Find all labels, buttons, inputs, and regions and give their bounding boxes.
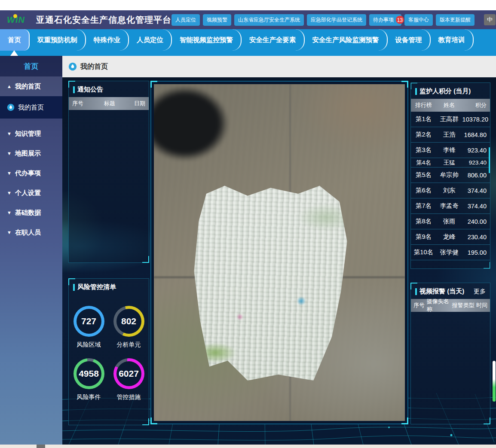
header-quick-links: 人员定位 视频预警 山东省应急厅安全生产系统 应急部化学品登记系统 待办事项 1… <box>171 14 475 26</box>
video-table-header: 序号 摄像头名称 报警类型 时间 <box>411 299 490 312</box>
horizontal-scrollbar[interactable] <box>0 445 496 448</box>
sidebar-item-basic-data[interactable]: ▼ 基础数据 <box>0 203 62 222</box>
panel-scroll-indicator <box>489 147 490 173</box>
name-cell: 张雨 <box>436 217 462 226</box>
more-link[interactable]: 更多 <box>474 288 486 296</box>
shandong-emergency-system-button[interactable]: 山东省应急厅安全生产系统 <box>234 14 304 26</box>
satellite-map-viewport[interactable] <box>154 84 405 421</box>
stat-ring: 4958 <box>73 358 104 389</box>
score-cell: 374.40 <box>462 187 490 194</box>
expand-arrow-icon: ▼ <box>7 210 12 215</box>
sidebar-item-label: 基础数据 <box>15 209 41 217</box>
droplet-icon <box>7 104 15 111</box>
stat-ring: 727 <box>73 306 104 337</box>
sidebar-item-label: 在职人员 <box>15 229 41 237</box>
nav-tab-safety-elements[interactable]: 安全生产全要素 <box>242 29 305 51</box>
sidebar-group-my-home[interactable]: ▲ 我的首页 <box>0 76 62 96</box>
todo-button[interactable]: 待办事项 13 <box>369 14 401 26</box>
chemical-registration-system-button[interactable]: 应急部化学品登记系统 <box>307 14 366 26</box>
video-panel-title: 视频报警 (当天) <box>419 287 474 296</box>
score-row: 第5名 牟宗帅 806.00 <box>411 168 490 183</box>
name-cell: 刘东 <box>436 186 462 195</box>
score-row: 第9名 龙峰 230.40 <box>411 229 490 245</box>
nav-tab-dual-prevention[interactable]: 双重预防机制 <box>30 29 86 51</box>
vertical-scrollbar-thumb[interactable] <box>493 361 496 402</box>
nav-tab-special-operations[interactable]: 特殊作业 <box>86 29 129 51</box>
sidebar-item-map-display[interactable]: ▼ 地图展示 <box>0 143 62 163</box>
sidebar-item-personal-settings[interactable]: ▼ 个人设置 <box>0 183 62 203</box>
guardian-score-panel: 监护人积分 (当月) 排行榜 姓名 积分 第1名 王高群 10378.20 第2… <box>410 82 490 269</box>
sidebar-item-my-home-active[interactable]: 我的首页 <box>0 96 62 119</box>
version-update-button[interactable]: 版本更新提醒 <box>436 14 475 26</box>
score-table-header: 排行榜 姓名 积分 <box>411 99 490 112</box>
column-header: 日期 <box>128 100 149 107</box>
main-nav: 首页 双重预防机制 特殊作业 人员定位 智能视频监控预警 安全生产全要素 安全生… <box>0 29 496 56</box>
stat-value: 6027 <box>116 361 141 386</box>
rank-cell: 第6名 <box>411 186 436 195</box>
name-cell: 李锋 <box>436 146 462 154</box>
horizontal-scrollbar-thumb[interactable] <box>37 445 45 448</box>
score-cell: 923.40 <box>462 147 490 154</box>
active-tab-indicator <box>10 50 18 56</box>
score-cell: 240.00 <box>462 218 490 225</box>
stat-value: 4958 <box>77 361 101 386</box>
title-accent-bar <box>73 284 75 291</box>
score-row: 第3名 李锋 923.40 <box>411 143 490 158</box>
droplet-icon <box>68 62 77 71</box>
customer-service-button[interactable]: 客服中心 <box>404 14 433 26</box>
score-cell: 230.40 <box>462 234 490 241</box>
stat-risk-areas: 727 风险区域 <box>69 306 109 349</box>
notice-table-header: 序号 标题 日期 <box>69 97 149 110</box>
column-header: 摄像头名称 <box>427 298 452 313</box>
plant-orthophoto-overlay <box>194 182 347 381</box>
todo-count-badge: 13 <box>396 16 404 24</box>
logo-dot-icon <box>13 14 17 18</box>
sidebar-items: ▼ 知识管理 ▼ 地图展示 ▼ 代办事项 ▼ 个人设置 ▼ 基础数据 ▼ 在职人… <box>0 124 62 242</box>
nav-tab-home[interactable]: 首页 <box>0 29 30 51</box>
nav-tab-risk-monitoring[interactable]: 安全生产风险监测预警 <box>305 29 388 51</box>
sidebar-item-label: 地图展示 <box>15 149 41 158</box>
score-cell: 10378.20 <box>462 116 490 123</box>
notice-panel-title: 通知公告 <box>77 85 144 94</box>
column-header: 姓名 <box>436 101 462 109</box>
rank-cell: 第10名 <box>411 248 436 256</box>
sidebar-item-employees[interactable]: ▼ 在职人员 <box>0 222 62 242</box>
video-alarm-panel: 视频报警 (当天) 更多 序号 摄像头名称 报警类型 时间 <box>410 283 490 424</box>
language-button[interactable]: 中 <box>484 14 496 25</box>
expand-arrow-icon: ▼ <box>7 171 12 176</box>
rank-cell: 第7名 <box>411 202 436 210</box>
score-row: 第4名 王猛 923.40 <box>411 158 490 168</box>
sidebar-item-todo-matters[interactable]: ▼ 代办事项 <box>0 163 62 183</box>
score-cell: 195.00 <box>462 249 490 256</box>
risk-control-panel: 风险管控清单 727 风险区域 802 分析单元 4958 <box>68 278 149 425</box>
score-cell: 923.40 <box>462 159 490 166</box>
nav-tab-equipment[interactable]: 设备管理 <box>388 29 431 51</box>
name-cell: 王猛 <box>436 159 462 167</box>
rank-cell: 第3名 <box>411 146 436 154</box>
nav-tab-education[interactable]: 教育培训 <box>431 29 474 51</box>
app-header: WIN 亚通石化安全生产信息化管理平台 人员定位 视频预警 山东省应急厅安全生产… <box>0 10 496 29</box>
score-panel-title: 监护人积分 (当月) <box>419 87 486 95</box>
title-accent-bar <box>73 86 75 93</box>
stat-analysis-units: 802 分析单元 <box>109 306 149 349</box>
content-tab-label[interactable]: 我的首页 <box>80 62 108 71</box>
nav-tab-video-surveillance[interactable]: 智能视频监控预警 <box>172 29 242 51</box>
risk-stats-grid: 727 风险区域 802 分析单元 4958 风险事件 <box>69 295 149 401</box>
stat-risk-events: 4958 风险事件 <box>69 358 109 401</box>
expand-arrow-icon: ▼ <box>7 230 12 235</box>
personnel-location-button[interactable]: 人员定位 <box>171 14 200 26</box>
rank-cell: 第2名 <box>411 131 436 139</box>
video-alert-button[interactable]: 视频预警 <box>203 14 231 26</box>
nav-tab-personnel-location[interactable]: 人员定位 <box>129 29 172 51</box>
rank-cell: 第1名 <box>411 115 436 123</box>
score-cell: 374.40 <box>462 203 490 210</box>
stat-label: 风险事件 <box>77 393 101 401</box>
name-cell: 龙峰 <box>436 233 462 241</box>
stat-value: 727 <box>77 309 101 334</box>
score-row: 第10名 张学健 195.00 <box>411 245 490 260</box>
score-row: 第8名 张雨 240.00 <box>411 214 490 229</box>
stat-label: 管控措施 <box>117 393 141 401</box>
column-header: 时间 <box>476 302 490 309</box>
sidebar-item-label: 我的首页 <box>18 104 44 112</box>
sidebar-item-knowledge[interactable]: ▼ 知识管理 <box>0 124 62 143</box>
